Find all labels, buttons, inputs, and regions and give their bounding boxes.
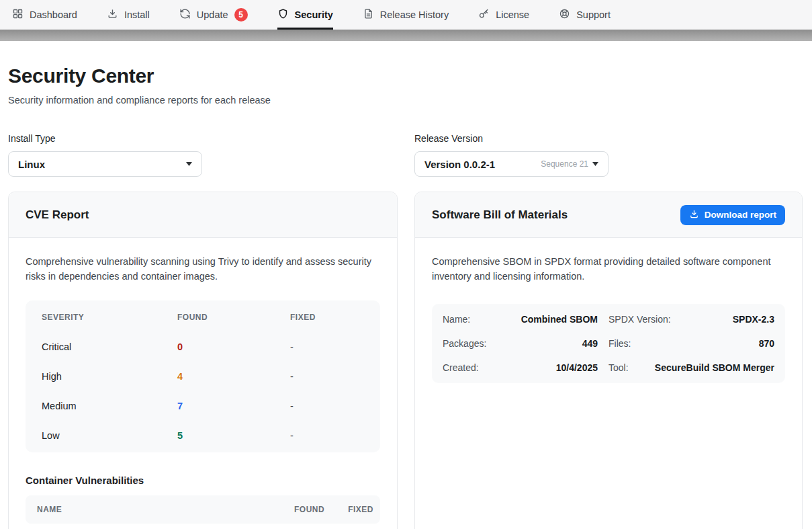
- sbom-details-row: Created: 10/4/2025 Tool: SecureBuild SBO…: [443, 356, 774, 380]
- fixed-count: -: [290, 430, 364, 441]
- top-nav: Dashboard Install Update 5 Security Rele…: [0, 0, 812, 30]
- tab-dashboard[interactable]: Dashboard: [12, 0, 77, 30]
- tab-release-history[interactable]: Release History: [363, 0, 449, 30]
- severity-label: Medium: [42, 401, 177, 411]
- cve-report-header: CVE Report: [9, 192, 397, 238]
- install-type-label: Install Type: [8, 133, 398, 144]
- detail-label: Name:: [443, 314, 470, 325]
- sbom-title: Software Bill of Materials: [432, 208, 568, 222]
- sbom-card: Software Bill of Materials Download repo…: [414, 192, 803, 529]
- tab-security[interactable]: Security: [277, 0, 333, 30]
- page-title: Security Center: [8, 64, 803, 88]
- column-header-fixed: FIXED: [290, 313, 364, 322]
- release-version-select[interactable]: Version 0.0.2-1 Sequence 21: [414, 151, 608, 177]
- release-version-filter: Release Version Version 0.0.2-1 Sequence…: [414, 133, 803, 177]
- severity-table-header: SEVERITY FOUND FIXED: [26, 302, 380, 332]
- table-row-medium: Medium 7 -: [26, 391, 380, 421]
- table-row-high: High 4 -: [26, 362, 380, 391]
- column-header-found: FOUND: [294, 505, 324, 514]
- main-content: Security Center Security information and…: [0, 64, 812, 529]
- detail-label: Created:: [443, 362, 479, 373]
- severity-label: Low: [42, 430, 177, 441]
- column-header-fixed: FIXED: [348, 505, 373, 514]
- sbom-details-row: Packages: 449 Files: 870: [443, 331, 774, 356]
- tab-label: Install: [124, 9, 150, 20]
- found-count: 0: [177, 341, 290, 352]
- found-count: 7: [177, 401, 290, 411]
- detail-value: 449: [582, 338, 598, 349]
- detail-value: Combined SBOM: [521, 314, 598, 325]
- fixed-count: -: [290, 341, 364, 352]
- detail-label: Packages:: [443, 338, 486, 349]
- key-icon: [478, 8, 490, 22]
- nav-scroll-shadow: [0, 30, 812, 41]
- severity-label: Critical: [42, 341, 177, 352]
- update-count-badge: 5: [234, 8, 248, 22]
- lifebuoy-icon: [559, 8, 570, 22]
- column-header-severity: SEVERITY: [42, 313, 177, 322]
- container-vulnerabilities-title: Container Vulnerabilities: [26, 475, 380, 486]
- cve-report-title: CVE Report: [26, 208, 89, 222]
- download-icon: [689, 209, 699, 221]
- cve-report-description: Comprehensive vulnerability scanning usi…: [26, 255, 380, 284]
- sequence-label: Sequence 21: [541, 159, 588, 169]
- chevron-down-icon: [592, 162, 598, 166]
- column-header-name: NAME: [37, 505, 271, 514]
- tab-label: License: [496, 9, 529, 20]
- page-subtitle: Security information and compliance repo…: [8, 95, 803, 106]
- download-report-button[interactable]: Download report: [680, 205, 785, 225]
- container-vulnerabilities-table-header: NAME FOUND FIXED: [26, 495, 380, 524]
- detail-label: Tool:: [608, 362, 629, 373]
- table-row-critical: Critical 0 -: [26, 332, 380, 362]
- detail-value: 10/4/2025: [556, 362, 598, 373]
- detail-label: Files:: [608, 338, 631, 349]
- tab-install[interactable]: Install: [107, 0, 150, 30]
- severity-label: High: [42, 371, 177, 382]
- tab-label: Update: [197, 9, 228, 20]
- fixed-count: -: [290, 401, 364, 411]
- detail-value: SPDX-2.3: [733, 314, 774, 325]
- tab-support[interactable]: Support: [559, 0, 611, 30]
- chevron-down-icon: [186, 162, 192, 166]
- install-type-select[interactable]: Linux: [8, 151, 202, 177]
- tab-label: Dashboard: [30, 9, 77, 20]
- refresh-icon: [179, 8, 191, 22]
- install-type-value: Linux: [18, 159, 45, 170]
- sbom-header: Software Bill of Materials Download repo…: [415, 192, 802, 238]
- cve-report-card: CVE Report Comprehensive vulnerability s…: [8, 192, 398, 529]
- sbom-details-row: Name: Combined SBOM SPDX Version: SPDX-2…: [443, 307, 774, 331]
- fixed-count: -: [290, 371, 364, 382]
- sbom-details: Name: Combined SBOM SPDX Version: SPDX-2…: [432, 304, 785, 383]
- tab-label: Release History: [380, 9, 449, 20]
- tab-license[interactable]: License: [478, 0, 529, 30]
- release-version-label: Release Version: [414, 133, 803, 144]
- tab-label: Security: [295, 9, 333, 20]
- download-report-label: Download report: [705, 210, 776, 220]
- detail-label: SPDX Version:: [608, 314, 671, 325]
- release-version-value: Version 0.0.2-1: [424, 159, 495, 170]
- tab-label: Support: [576, 9, 611, 20]
- found-count: 5: [177, 430, 290, 441]
- filters-row: Install Type Linux Release Version Versi…: [8, 133, 803, 177]
- sbom-description: Comprehensive SBOM in SPDX format provid…: [432, 255, 785, 284]
- dashboard-grid-icon: [12, 8, 24, 22]
- found-count: 4: [177, 371, 290, 382]
- detail-value: SecureBuild SBOM Merger: [655, 362, 774, 373]
- cards-row: CVE Report Comprehensive vulnerability s…: [8, 192, 803, 529]
- table-row-low: Low 5 -: [26, 421, 380, 450]
- detail-value: 870: [759, 338, 774, 349]
- severity-table: SEVERITY FOUND FIXED Critical 0 - High 4…: [26, 300, 380, 452]
- file-text-icon: [363, 8, 374, 22]
- install-type-filter: Install Type Linux: [8, 133, 398, 177]
- download-icon: [107, 8, 118, 22]
- tab-update[interactable]: Update 5: [179, 0, 248, 30]
- shield-icon: [277, 8, 289, 22]
- column-header-found: FOUND: [177, 313, 290, 322]
